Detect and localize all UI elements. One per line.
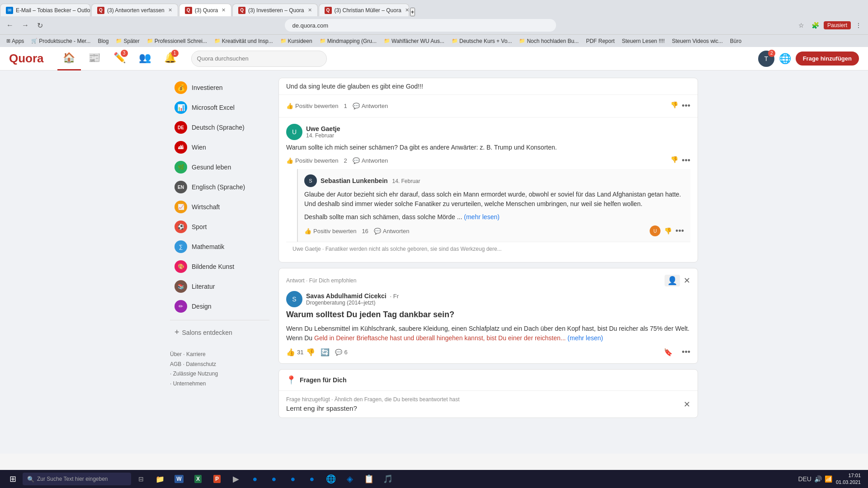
tab-christian-icon: Q <box>325 7 332 14</box>
top-upvote-button[interactable]: 👍 Positiv bewerten <box>286 103 338 109</box>
sebastian-upvote-button[interactable]: 👍 Positiv bewerten <box>304 228 356 235</box>
tab-email[interactable]: ✉ E-Mail – Tobias Becker – Outlook ✕ <box>0 4 90 16</box>
tab-quora[interactable]: Q (3) Quora ✕ <box>179 4 231 16</box>
uwe-reply-button[interactable]: 💬 Antworten <box>353 157 388 164</box>
bookmark-steuern[interactable]: Steuern Lesen !!!! <box>619 37 667 45</box>
sidebar-item-wien[interactable]: 🏙 Wien <box>170 137 269 157</box>
bookmark-star-button[interactable]: ☆ <box>796 20 807 31</box>
design-icon: ✏ <box>175 300 187 313</box>
uwe-upvote-button[interactable]: 👍 Positiv bewerten <box>286 157 338 164</box>
rec-user-suffix: · Fr <box>390 293 399 300</box>
bookmark-wahlfacher-label: Wahlfächer WU Aus... <box>392 38 444 44</box>
profile-button[interactable]: Pausiert <box>824 21 851 29</box>
nav-write-button[interactable]: ✏️ 3 <box>108 47 132 70</box>
tab-antworten-close[interactable]: ✕ <box>168 7 172 13</box>
bookmark-blog[interactable]: Blog <box>95 37 111 45</box>
sidebar-item-sport-label: Sport <box>192 223 207 230</box>
add-question-button[interactable]: Frage hinzufügen <box>796 52 859 66</box>
sidebar-item-excel[interactable]: 📊 Microsoft Excel <box>170 98 269 117</box>
sebastian-downvote-button[interactable]: 👎 <box>664 227 672 235</box>
footer-karriere[interactable]: Karriere <box>186 351 206 357</box>
sidebar-item-sport[interactable]: ⚽ Sport <box>170 217 269 237</box>
tab-quora-label: (3) Quora <box>195 7 218 14</box>
bookmark-noch[interactable]: 📁 Noch hochladen Bu... <box>516 37 581 45</box>
top-more-button[interactable]: ••• <box>682 101 690 111</box>
nav-home-button[interactable]: 🏠 <box>57 47 81 70</box>
rec-comment-button[interactable]: 💬 6 <box>335 349 347 356</box>
rec-upvote-count: 31 <box>297 349 303 356</box>
bookmark-deutsche[interactable]: 📁 Deutsche Kurs + Vo... <box>449 37 514 45</box>
uwe-downvote-button[interactable]: 👎 <box>670 156 678 165</box>
excel-icon: 📊 <box>175 101 187 114</box>
close-fragen-button[interactable]: ✕ <box>684 399 690 409</box>
footer-agb[interactable]: AGB <box>170 361 181 367</box>
bookmark-steuern2[interactable]: Steuern Videos wic... <box>669 37 726 45</box>
browser-actions: ☆ 🧩 Pausiert ⋮ <box>796 20 864 31</box>
rec-upvote-button[interactable]: 👍 31 <box>286 348 303 357</box>
bookmark-buro[interactable]: Büro <box>727 37 744 45</box>
tab-investieren-close[interactable]: ✕ <box>308 7 312 13</box>
bookmark-apps[interactable]: ⊞ Apps <box>4 37 27 45</box>
footer-datenschutz[interactable]: Datenschutz <box>186 361 216 367</box>
rec-more-button[interactable]: ••• <box>682 347 690 357</box>
tab-quora-close[interactable]: ✕ <box>222 7 226 13</box>
sidebar-item-deutsch[interactable]: DE Deutsch (Sprache) <box>170 117 269 137</box>
rec-share-button[interactable]: 🔄 <box>321 348 330 357</box>
close-recommendation-button[interactable]: ✕ <box>684 276 690 286</box>
footer-uber[interactable]: Über <box>170 351 182 357</box>
sidebar-item-englisch[interactable]: EN Englisch (Sprache) <box>170 177 269 197</box>
fragen-question-text[interactable]: Lernt eng ihr spassten? <box>286 404 460 412</box>
rec-question: Warum solltest Du jeden Tag dankbar sein… <box>286 310 690 319</box>
sidebar-item-wirtschaft[interactable]: 📈 Wirtschaft <box>170 197 269 217</box>
rec-downvote-button[interactable]: 👎 <box>306 348 315 357</box>
sidebar-item-gesund[interactable]: 🌿 Gesund leben <box>170 157 269 177</box>
nav-news-button[interactable]: 📰 <box>83 47 106 70</box>
bookmark-kursideen[interactable]: 📁 Kursideen <box>278 37 315 45</box>
footer-zulassige[interactable]: Zulässige Nutzung <box>173 371 218 377</box>
refresh-button[interactable]: ↻ <box>34 19 46 32</box>
rec-bookmark-button[interactable]: 🔖 <box>664 348 673 357</box>
sidebar-item-englisch-label: Englisch (Sprache) <box>192 183 245 191</box>
back-button[interactable]: ← <box>4 19 16 31</box>
user-avatar-button[interactable]: T 2 <box>758 51 774 67</box>
sidebar-item-mathematik[interactable]: ∑ Mathematik <box>170 237 269 257</box>
sebastian-read-more[interactable]: (mehr lesen) <box>464 213 500 221</box>
sebastian-user-info: Sebastian Lunkenbein 14. Februar <box>321 177 420 184</box>
englisch-icon: EN <box>175 181 187 193</box>
extensions-button[interactable]: 🧩 <box>809 20 822 31</box>
url-bar[interactable]: de.quora.com <box>285 19 556 32</box>
bookmark-spater[interactable]: 📁 Später <box>113 37 142 45</box>
bookmark-pdf[interactable]: PDF Report <box>583 37 617 45</box>
bookmark-wahlfacher[interactable]: 📁 Wahlfächer WU Aus... <box>381 37 447 45</box>
search-input[interactable] <box>191 51 327 67</box>
uwe-more-button[interactable]: ••• <box>682 156 690 165</box>
new-tab-button[interactable]: + <box>410 8 415 16</box>
rec-read-more[interactable]: (mehr lesen) <box>567 334 603 342</box>
add-salons-button[interactable]: + Salons entdecken <box>170 324 269 341</box>
sebastian-ellipsis: Deshalb sollte man sich schämen, dass so… <box>304 212 684 222</box>
top-reply-button[interactable]: 💬 Antworten <box>353 103 388 109</box>
bookmark-kreativitat[interactable]: 📁 Kreativität und Insp... <box>212 37 276 45</box>
bookmark-mindmapping[interactable]: 📁 Mindmapping (Gru... <box>317 37 379 45</box>
sebastian-reply-button[interactable]: 💬 Antworten <box>374 228 410 235</box>
tab-investieren[interactable]: Q (3) Investieren – Quora ✕ <box>232 4 317 16</box>
sidebar-item-design[interactable]: ✏ Design <box>170 296 269 316</box>
nav-notifications-button[interactable]: 🔔 1 <box>159 47 182 70</box>
language-button[interactable]: 🌐 <box>779 53 791 65</box>
tab-antworten[interactable]: Q (3) Antworten verfassen ✕ <box>91 4 178 16</box>
wirtschaft-icon: 📈 <box>175 201 187 213</box>
sebastian-more-button[interactable]: ••• <box>675 226 684 236</box>
sidebar-item-bildende[interactable]: 🎨 Bildende Kunst <box>170 257 269 277</box>
nav-spaces-button[interactable]: 👥 <box>133 47 157 70</box>
tab-christian-close[interactable]: ✕ <box>405 7 409 13</box>
sidebar-item-literatur[interactable]: 📚 Literatur <box>170 277 269 296</box>
footer-unternehmen[interactable]: Unternehmen <box>173 380 206 387</box>
tab-christian[interactable]: Q (3) Christian Müller – Quora ✕ <box>319 4 409 16</box>
menu-button[interactable]: ⋮ <box>853 20 864 31</box>
forward-button[interactable]: → <box>19 19 32 31</box>
bookmark-professionell[interactable]: 📁 Professionell Schrei... <box>144 37 210 45</box>
wien-icon: 🏙 <box>175 141 187 154</box>
sidebar-item-investieren[interactable]: 💰 Investieren <box>170 78 269 98</box>
top-downvote-button[interactable]: 👎 <box>670 101 678 111</box>
bookmark-produktsuche[interactable]: 🛒 Produktsuche - Mer... <box>28 37 93 45</box>
